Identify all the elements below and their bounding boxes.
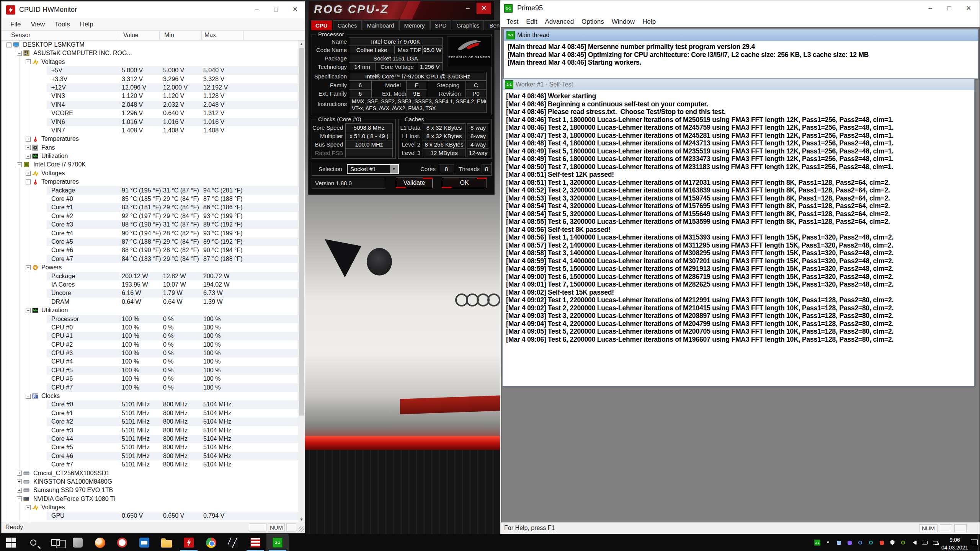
scrollbar-thumb[interactable] xyxy=(299,48,304,416)
tree-row-core-1[interactable]: Core #15101 MHz800 MHz5104 MHz xyxy=(2,409,299,417)
tree-row-core-5[interactable]: Core #55101 MHz800 MHz5104 MHz xyxy=(2,443,299,452)
tree-group-utilization[interactable]: +Utilization xyxy=(2,152,299,160)
tree-row-core-0[interactable]: Core #085 °C (185 °F)29 °C (84 °F)87 °C … xyxy=(2,195,299,203)
tab-mainboard[interactable]: Mainboard xyxy=(363,20,399,30)
scroll-up-arrow[interactable]: ▲ xyxy=(298,41,305,47)
tree-row-package[interactable]: Package91 °C (195 °F)31 °C (87 °F)94 °C … xyxy=(2,186,299,195)
menu-window[interactable]: Window xyxy=(608,18,639,26)
tree-group-voltages[interactable]: −Voltages xyxy=(2,58,299,66)
taskbar-hwmonitor-icon[interactable] xyxy=(178,534,200,551)
tree-row-vin4[interactable]: VIN42.048 V2.032 V2.048 V xyxy=(2,101,299,109)
minimize-button[interactable]: – xyxy=(921,0,940,16)
tree-group-utilization[interactable]: −Utilization xyxy=(2,306,299,315)
tree-row-cpu-1[interactable]: CPU #1100 %0 %100 % xyxy=(2,332,299,340)
tray-tray-app-blue-icon[interactable] xyxy=(856,538,865,547)
action-center-icon[interactable] xyxy=(971,539,978,545)
minimize-button[interactable]: – xyxy=(461,3,474,13)
socket-select[interactable]: Socket #1 ▼ xyxy=(347,164,399,174)
close-icon[interactable]: ✕ xyxy=(477,3,491,14)
close-button[interactable]: ✕ xyxy=(959,0,978,16)
tree-row-cpu-2[interactable]: CPU #2100 %0 %100 % xyxy=(2,341,299,349)
main-thread-window[interactable]: 2-1 Main thread [Main thread Mar 4 08:45… xyxy=(504,29,978,79)
tree-row-cpu-4[interactable]: CPU #4100 %0 %100 % xyxy=(2,357,299,366)
taskbar-firefox-icon[interactable] xyxy=(89,534,111,551)
hwmonitor-titlebar[interactable]: CPUID HWMonitor –□✕ xyxy=(2,2,305,18)
menu-help[interactable]: Help xyxy=(75,21,98,28)
expander-expand[interactable]: + xyxy=(26,137,31,142)
tree-row-core-1[interactable]: Core #183 °C (181 °F)29 °C (84 °F)86 °C … xyxy=(2,203,299,212)
ok-button[interactable]: OK xyxy=(442,178,487,188)
tab-cpu[interactable]: CPU xyxy=(311,20,332,30)
taskbar-gpu-tweak-icon[interactable] xyxy=(222,534,244,551)
cpuz-titlebar[interactable]: ROG CPU-Z – ✕ xyxy=(309,1,494,20)
tree-row-core-4[interactable]: Core #490 °C (194 °F)28 °C (82 °F)93 °C … xyxy=(2,229,299,238)
column-min[interactable]: Min xyxy=(164,32,174,39)
taskbar-start-button[interactable] xyxy=(0,534,22,551)
tree-group-temperatures[interactable]: −Temperatures xyxy=(2,178,299,186)
tree-group-fans[interactable]: +Fans xyxy=(2,143,299,152)
sensor-tree[interactable]: −DESKTOP-LSMKGTM−ASUSTeK COMPUTER INC. R… xyxy=(2,41,299,523)
tree-group-voltages[interactable]: +Voltages xyxy=(2,169,299,178)
tree-row-gpu[interactable]: GPU0.650 V0.650 V0.794 V xyxy=(2,512,299,520)
vertical-scrollbar[interactable]: ▲ ▼ xyxy=(298,41,305,523)
tree-group-powers[interactable]: −Powers xyxy=(2,263,299,272)
taskbar-pinned-app-gray-icon[interactable] xyxy=(67,534,89,551)
tree-row-uncore[interactable]: Uncore6.16 W1.79 W6.73 W xyxy=(2,289,299,297)
tree-row-core-4[interactable]: Core #45101 MHz800 MHz5104 MHz xyxy=(2,435,299,443)
taskbar-chrome-icon[interactable] xyxy=(200,534,222,551)
tree-row-cpu-6[interactable]: CPU #6100 %0 %100 % xyxy=(2,375,299,383)
column-value[interactable]: Value xyxy=(123,32,139,39)
expander-collapse[interactable]: − xyxy=(26,179,31,184)
expander-expand[interactable]: + xyxy=(26,145,31,150)
tray-tray-app-red-icon[interactable] xyxy=(877,538,886,547)
taskbar-clock[interactable]: 9:06 04.03.2021 xyxy=(940,534,969,551)
maximize-button[interactable]: □ xyxy=(940,0,959,16)
tray-prime95-tray-icon[interactable]: 2-1 xyxy=(813,538,822,547)
resize-grip[interactable] xyxy=(299,527,304,532)
tray-dual-monitor-icon[interactable] xyxy=(931,538,940,547)
expander-collapse[interactable]: − xyxy=(26,265,31,270)
tree-group-intel-core-i7-9700k[interactable]: −Intel Core i7 9700K xyxy=(2,160,299,169)
tree-row-cpu-3[interactable]: CPU #3100 %0 %100 % xyxy=(2,349,299,357)
tray-defender-shield-icon[interactable] xyxy=(888,538,897,547)
maximize-button[interactable]: □ xyxy=(266,2,286,18)
taskbar-search-icon[interactable] xyxy=(22,534,44,551)
tree-row-core-7[interactable]: Core #784 °C (183 °F)29 °C (84 °F)87 °C … xyxy=(2,255,299,263)
expander-collapse[interactable]: − xyxy=(17,162,22,167)
taskbar-mail-icon[interactable] xyxy=(133,534,155,551)
tree-group-voltages[interactable]: −Voltages xyxy=(2,503,299,512)
tree-row--12v[interactable]: +12V12.096 V12.000 V12.192 V xyxy=(2,83,299,92)
tree-row-vin6[interactable]: VIN61.016 V1.016 V1.016 V xyxy=(2,118,299,126)
expander-collapse[interactable]: − xyxy=(26,308,31,313)
tree-row-cpu-5[interactable]: CPU #5100 %0 %100 % xyxy=(2,366,299,375)
tree-row-core-5[interactable]: Core #587 °C (188 °F)29 °C (84 °F)89 °C … xyxy=(2,238,299,246)
tree-row-vin7[interactable]: VIN71.408 V1.408 V1.408 V xyxy=(2,126,299,135)
menu-edit[interactable]: Edit xyxy=(522,18,541,26)
expander-expand[interactable]: + xyxy=(26,154,31,159)
tree-row-core-2[interactable]: Core #292 °C (197 °F)29 °C (84 °F)93 °C … xyxy=(2,212,299,220)
tree-row-core-0[interactable]: Core #05101 MHz800 MHz5104 MHz xyxy=(2,400,299,409)
tree-row--5v[interactable]: +5V5.000 V5.000 V5.040 V xyxy=(2,66,299,75)
expander-expand[interactable]: + xyxy=(17,471,22,476)
tree-group-clocks[interactable]: −Clocks xyxy=(2,392,299,400)
tree-row-dram[interactable]: DRAM0.64 W0.64 W1.39 W xyxy=(2,298,299,306)
tree-row-cpu-7[interactable]: CPU #7100 %0 %100 % xyxy=(2,383,299,392)
tree-row-package[interactable]: Package200.12 W12.82 W200.72 W xyxy=(2,272,299,280)
column-sensor[interactable]: Sensor xyxy=(11,32,31,39)
tree-row-ia-cores[interactable]: IA Cores193.95 W10.07 W194.02 W xyxy=(2,280,299,289)
tray-volume-icon[interactable] xyxy=(909,538,918,547)
tray-touch-keyboard-icon[interactable] xyxy=(920,538,929,547)
menu-file[interactable]: File xyxy=(5,21,26,28)
tab-spd[interactable]: SPD xyxy=(430,20,451,30)
taskbar-file-explorer-icon[interactable] xyxy=(155,534,178,551)
prime95-titlebar[interactable]: 2-1 Prime95 –□✕ xyxy=(500,0,980,16)
tree-row-core-7[interactable]: Core #75101 MHz800 MHz5104 MHz xyxy=(2,460,299,469)
tree-group-samsung-ssd-970-evo-1tb[interactable]: +Samsung SSD 970 EVO 1TB xyxy=(2,486,299,494)
taskbar-task-view-icon[interactable] xyxy=(44,534,67,551)
expander-collapse[interactable]: − xyxy=(17,51,22,56)
column-header[interactable]: Sensor Value Min Max xyxy=(2,31,305,41)
menu-view[interactable]: View xyxy=(26,21,50,28)
tray-tray-app-teal-icon[interactable] xyxy=(866,538,875,547)
taskbar-cpu-z-icon[interactable] xyxy=(244,534,266,551)
tree-group-temperatures[interactable]: +Temperatures xyxy=(2,135,299,143)
